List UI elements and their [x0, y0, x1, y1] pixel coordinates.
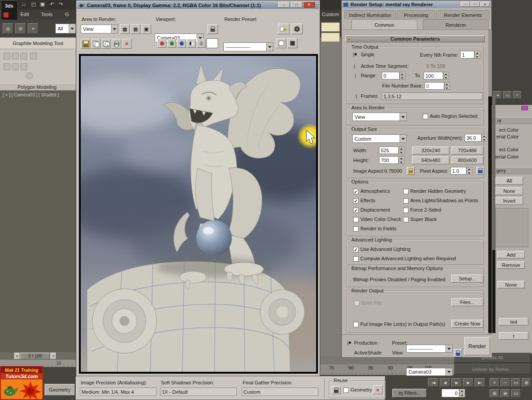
bitmap-setup-button[interactable]: Setup...: [451, 275, 483, 283]
dialog-maximize-button[interactable]: □: [470, 2, 480, 7]
render-hidden-geometry-checkbox[interactable]: [403, 189, 408, 194]
spline-tool-icon[interactable]: [4, 53, 10, 59]
background-color-swatch[interactable]: [206, 38, 218, 48]
sphere-tool-icon[interactable]: [26, 72, 33, 79]
render-to-fields-checkbox[interactable]: [353, 226, 359, 232]
polygon-modeling-tab[interactable]: Polygon Modeling: [0, 83, 76, 91]
timeline-scroll-strip[interactable]: [320, 356, 454, 364]
new-scene-icon[interactable]: □: [22, 1, 25, 7]
use-advanced-lighting-checkbox[interactable]: [353, 247, 359, 252]
frames-field[interactable]: 1,3,5-12: [382, 92, 483, 100]
zoom-icon[interactable]: ⊕: [522, 378, 531, 387]
view-lock-button[interactable]: [454, 349, 462, 357]
category-invert-button[interactable]: Invert: [495, 197, 523, 205]
tab-processing[interactable]: Processing: [397, 10, 435, 19]
range-start-spinner[interactable]: [400, 72, 405, 79]
time-slider-track[interactable]: < 0 / 100 >: [0, 352, 76, 360]
hide-unselected-button[interactable]: t: [499, 332, 528, 340]
output-size-dropdown[interactable]: Custom: [352, 134, 407, 143]
minimized-toolbar-2[interactable]: [321, 33, 340, 42]
aperture-width-field[interactable]: 36.0: [465, 134, 482, 142]
category-none2-button[interactable]: None: [497, 281, 525, 288]
minimized-toolbar-1[interactable]: [321, 22, 340, 32]
bind-spacewarp-icon[interactable]: ≈: [28, 23, 38, 34]
every-nth-frame-spinner[interactable]: [474, 51, 480, 58]
material-color-label-2[interactable]: erial Color: [496, 154, 519, 159]
tab-render-elements[interactable]: Render Elements: [436, 10, 490, 19]
undo-icon[interactable]: ↶: [50, 1, 54, 7]
reuse-clear-button[interactable]: ×: [373, 385, 383, 394]
rfw-close-button[interactable]: ×: [303, 2, 315, 8]
height-spinner[interactable]: [399, 156, 404, 164]
save-file-icon[interactable]: ▣: [40, 1, 45, 7]
render-preset-dropdown[interactable]: ---------------: [223, 42, 273, 51]
rfw-titlebar[interactable]: Camera03, frame 0, Display Gamma: 2.2, R…: [77, 1, 319, 9]
3dsmax-logo[interactable]: 3ds: [1, 0, 18, 20]
dialog-scrollbar[interactable]: [488, 30, 492, 334]
layout-toggle-light-icon[interactable]: [276, 38, 286, 48]
zoom-region-icon[interactable]: ▭: [511, 378, 521, 387]
time-slider-prev-button[interactable]: <: [14, 353, 20, 359]
menu-customize[interactable]: Custom: [322, 12, 339, 17]
object-color-swatch[interactable]: [521, 106, 528, 110]
select-and-link-icon[interactable]: ◎: [3, 23, 13, 34]
range-start-field[interactable]: 0: [382, 72, 400, 79]
single-radio[interactable]: [353, 52, 354, 58]
category-remove-button[interactable]: Remove: [497, 261, 525, 269]
copy-image-icon[interactable]: [91, 39, 101, 49]
range-radio[interactable]: [355, 73, 356, 79]
super-black-checkbox[interactable]: [403, 217, 408, 222]
pixel-aspect-field[interactable]: 1.0: [450, 167, 466, 175]
file-number-base-field[interactable]: 0: [425, 82, 444, 90]
render-button-small[interactable]: [291, 24, 303, 34]
save-image-icon[interactable]: [81, 39, 91, 49]
time-slider-next-button[interactable]: >: [50, 353, 56, 359]
viewport-label[interactable]: [ + ] [ Camera03 ] [ Shaded ]: [3, 92, 59, 97]
tab-indirect-illumination[interactable]: Indirect Illumination: [344, 10, 396, 19]
displacement-checkbox[interactable]: [353, 208, 359, 213]
unhide-by-name-button[interactable]: Unhide by Name...: [454, 364, 531, 374]
menu-group[interactable]: G: [65, 12, 69, 17]
effects-checkbox[interactable]: [353, 198, 359, 204]
auto-region-icon[interactable]: ▦: [131, 24, 140, 34]
category-none-button[interactable]: None: [495, 187, 523, 195]
time-slider-handle[interactable]: 0 / 100: [21, 353, 50, 359]
image-aspect-lock-button[interactable]: [407, 167, 415, 175]
current-frame-field[interactable]: 0: [441, 389, 459, 397]
create-now-button[interactable]: Create Now: [451, 320, 483, 328]
unlink-selection-icon[interactable]: ⊘: [15, 23, 26, 34]
hide-selected-button[interactable]: ted: [499, 318, 528, 325]
dialog-close-button[interactable]: ×: [480, 2, 490, 7]
object-color-label[interactable]: ect Color: [499, 127, 519, 133]
panel-scrollbar-thumb[interactable]: [492, 250, 495, 333]
geometry-category-chip[interactable]: Geometry: [45, 384, 75, 396]
preset-640x480-button[interactable]: 640x480: [412, 156, 450, 164]
crop-region-icon[interactable]: ▣: [141, 24, 151, 34]
pixel-aspect-spinner[interactable]: [466, 167, 472, 175]
preset-dropdown[interactable]: ---------------: [406, 345, 453, 353]
key-filters-button[interactable]: ey Filters...: [392, 389, 426, 397]
rect-tool-icon[interactable]: [30, 53, 37, 59]
selection-filter-dropdown[interactable]: All: [55, 24, 76, 33]
compute-advanced-lighting-checkbox[interactable]: [353, 256, 359, 262]
material-color-label[interactable]: erial Color: [496, 134, 519, 139]
monochrome-button[interactable]: [187, 39, 196, 48]
menu-edit[interactable]: Edit: [21, 12, 29, 17]
preset-720x486-button[interactable]: 720x486: [451, 146, 483, 154]
go-to-end-button[interactable]: ▶|: [474, 378, 485, 387]
open-file-icon[interactable]: ◰: [31, 1, 36, 7]
viewport-lock-button[interactable]: [207, 24, 218, 34]
box-tool-icon[interactable]: [4, 63, 10, 70]
alpha-channel-button[interactable]: [197, 39, 206, 48]
zoom-extents-all-icon[interactable]: ⊕: [500, 389, 510, 398]
preset-320x240-button[interactable]: 320x240: [412, 146, 450, 154]
panel-scrollbar[interactable]: [492, 96, 495, 333]
put-image-file-list-checkbox[interactable]: [353, 322, 359, 327]
atmospherics-checkbox[interactable]: [353, 189, 359, 194]
category-all-button[interactable]: All: [495, 177, 523, 185]
dialog-scrollbar-thumb[interactable]: [488, 96, 492, 333]
blue-channel-button[interactable]: [177, 39, 186, 48]
green-channel-button[interactable]: [167, 39, 176, 48]
rfw-maximize-button[interactable]: □: [291, 2, 302, 8]
plane-tool-icon[interactable]: [12, 63, 19, 70]
